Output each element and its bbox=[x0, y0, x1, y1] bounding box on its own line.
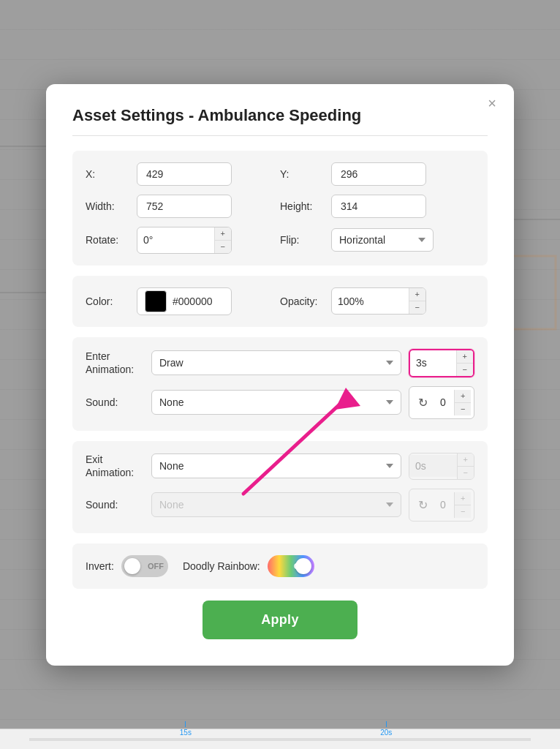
exit-sound-row: Sound: None ↻ + − bbox=[86, 489, 474, 522]
modal-title: Asset Settings - Ambulance Speeding bbox=[72, 106, 488, 136]
color-picker-button[interactable]: #000000 bbox=[137, 287, 232, 315]
modal-overlay: × Asset Settings - Ambulance Speeding X:… bbox=[0, 0, 560, 749]
opacity-decrement-button[interactable]: − bbox=[409, 301, 425, 314]
enter-animation-select[interactable]: Draw None Fade In Zoom In bbox=[151, 350, 401, 375]
enter-duration-stepper: + − bbox=[409, 349, 474, 377]
color-field-group: Color: #000000 bbox=[86, 287, 280, 315]
exit-animation-select[interactable]: None Fade Out Zoom Out bbox=[151, 453, 401, 478]
enter-loop-buttons: + − bbox=[454, 390, 471, 415]
rainbow-toggle-state: OFF bbox=[294, 562, 310, 571]
rotate-increment-button[interactable]: + bbox=[215, 227, 231, 241]
enter-duration-input[interactable] bbox=[410, 352, 456, 374]
enter-sound-row: Sound: None ↻ + − bbox=[86, 386, 474, 419]
exit-duration-stepper: + − bbox=[409, 453, 474, 480]
exit-loop-icon: ↻ bbox=[418, 498, 428, 512]
exit-duration-input[interactable] bbox=[409, 455, 457, 477]
enter-loop-input[interactable] bbox=[432, 391, 454, 413]
rainbow-toggle-item: Doodly Rainbow: OFF bbox=[183, 555, 314, 577]
enter-sound-select[interactable]: None bbox=[151, 390, 401, 415]
rotate-stepper: + − bbox=[137, 227, 232, 254]
close-button[interactable]: × bbox=[483, 94, 501, 112]
apply-button[interactable]: Apply bbox=[203, 601, 357, 639]
exit-anim-label: ExitAnimation: bbox=[86, 453, 151, 479]
flip-label: Flip: bbox=[280, 234, 324, 246]
enter-anim-label: EnterAnimation: bbox=[86, 350, 151, 376]
color-section: Color: #000000 Opacity: + − bbox=[72, 276, 488, 327]
enter-animation-section: EnterAnimation: Draw None Fade In Zoom I… bbox=[72, 337, 488, 431]
opacity-increment-button[interactable]: + bbox=[409, 288, 425, 301]
rainbow-label: Doodly Rainbow: bbox=[183, 560, 260, 572]
exit-duration-decrement[interactable]: − bbox=[458, 467, 474, 479]
enter-duration-buttons: + − bbox=[456, 350, 473, 376]
apply-section: Apply bbox=[72, 601, 488, 639]
rotate-label: Rotate: bbox=[86, 234, 129, 246]
toggle-row: Invert: OFF Doodly Rainbow: OFF bbox=[86, 555, 474, 577]
exit-duration-increment[interactable]: + bbox=[458, 453, 474, 467]
color-hex-value: #000000 bbox=[173, 296, 213, 307]
exit-loop-buttons: + − bbox=[454, 492, 471, 518]
enter-loop-increment[interactable]: + bbox=[455, 390, 471, 403]
exit-anim-row: ExitAnimation: None Fade Out Zoom Out + … bbox=[86, 453, 474, 480]
opacity-stepper: + − bbox=[331, 287, 426, 315]
asset-settings-modal: × Asset Settings - Ambulance Speeding X:… bbox=[46, 84, 514, 666]
invert-toggle[interactable]: OFF bbox=[121, 555, 168, 577]
color-opacity-row: Color: #000000 Opacity: + − bbox=[86, 287, 474, 315]
exit-sound-label: Sound: bbox=[86, 498, 151, 511]
toggles-section: Invert: OFF Doodly Rainbow: OFF bbox=[72, 543, 488, 589]
enter-loop-decrement[interactable]: − bbox=[455, 403, 471, 415]
width-input[interactable] bbox=[137, 195, 232, 218]
width-field-group: Width: bbox=[86, 195, 280, 218]
exit-loop-input[interactable] bbox=[432, 494, 454, 516]
enter-duration-increment[interactable]: + bbox=[457, 350, 473, 364]
exit-animation-section: ExitAnimation: None Fade Out Zoom Out + … bbox=[72, 441, 488, 533]
xy-row: X: Y: bbox=[86, 162, 474, 186]
position-section: X: Y: Width: Height: bbox=[72, 151, 488, 266]
invert-toggle-item: Invert: OFF bbox=[86, 555, 168, 577]
rotate-field-group: Rotate: + − bbox=[86, 227, 280, 254]
opacity-label: Opacity: bbox=[280, 296, 324, 307]
color-label: Color: bbox=[86, 296, 129, 307]
rainbow-toggle[interactable]: OFF bbox=[268, 555, 314, 577]
exit-loop-wrap: ↻ + − bbox=[409, 489, 474, 522]
height-input[interactable] bbox=[331, 195, 426, 218]
rotate-flip-row: Rotate: + − Flip: Horizontal None Ve bbox=[86, 227, 474, 254]
width-label: Width: bbox=[86, 200, 129, 212]
enter-anim-row: EnterAnimation: Draw None Fade In Zoom I… bbox=[86, 349, 474, 377]
invert-toggle-knob bbox=[124, 558, 140, 574]
y-field-group: Y: bbox=[280, 162, 474, 186]
height-field-group: Height: bbox=[280, 195, 474, 218]
enter-sound-label: Sound: bbox=[86, 396, 151, 409]
exit-sound-select[interactable]: None bbox=[151, 492, 401, 517]
opacity-field-group: Opacity: + − bbox=[280, 287, 474, 315]
flip-select[interactable]: Horizontal None Vertical Both bbox=[331, 228, 434, 252]
enter-loop-icon: ↻ bbox=[418, 396, 428, 410]
exit-loop-decrement[interactable]: − bbox=[455, 505, 471, 518]
enter-loop-wrap: ↻ + − bbox=[409, 386, 474, 419]
rotate-input[interactable] bbox=[137, 229, 214, 251]
x-field-group: X: bbox=[86, 162, 280, 186]
x-input[interactable] bbox=[137, 162, 232, 186]
color-swatch bbox=[145, 290, 167, 312]
flip-field-group: Flip: Horizontal None Vertical Both bbox=[280, 228, 474, 252]
y-input[interactable] bbox=[331, 162, 426, 186]
x-label: X: bbox=[86, 168, 129, 180]
exit-duration-buttons: + − bbox=[457, 453, 474, 479]
invert-label: Invert: bbox=[86, 560, 114, 572]
rotate-decrement-button[interactable]: − bbox=[215, 241, 231, 253]
y-label: Y: bbox=[280, 168, 324, 180]
exit-loop-increment[interactable]: + bbox=[455, 492, 471, 505]
enter-duration-decrement[interactable]: − bbox=[457, 364, 473, 376]
height-label: Height: bbox=[280, 200, 324, 212]
invert-toggle-state: OFF bbox=[148, 562, 164, 571]
opacity-input[interactable] bbox=[332, 290, 409, 312]
wh-row: Width: Height: bbox=[86, 195, 474, 218]
rotate-stepper-buttons: + − bbox=[214, 227, 231, 253]
opacity-stepper-buttons: + − bbox=[409, 288, 425, 314]
